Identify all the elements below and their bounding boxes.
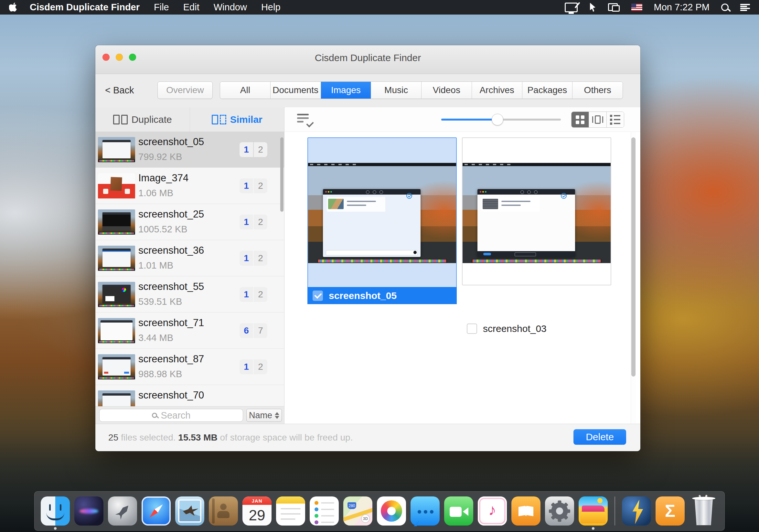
carousel-view-button[interactable] bbox=[589, 112, 606, 127]
dock-ibooks[interactable] bbox=[510, 495, 541, 526]
dock-safari[interactable] bbox=[140, 495, 172, 526]
menu-window[interactable]: Window bbox=[214, 2, 247, 13]
filter-archives[interactable]: Archives bbox=[472, 82, 522, 98]
dock-photos[interactable] bbox=[376, 495, 407, 526]
trash-icon bbox=[693, 498, 714, 525]
thumbnail-image bbox=[462, 163, 611, 263]
apple-menu-icon[interactable] bbox=[9, 3, 19, 12]
total-count: 2 bbox=[254, 251, 267, 266]
sigma-app-icon: Σ bbox=[656, 496, 685, 525]
filter-videos[interactable]: Videos bbox=[421, 82, 472, 98]
total-count: 2 bbox=[254, 178, 267, 193]
select-all-icon[interactable] bbox=[297, 113, 314, 126]
filter-others[interactable]: Others bbox=[573, 82, 622, 98]
total-count: 2 bbox=[254, 287, 267, 302]
filter-all[interactable]: All bbox=[220, 82, 270, 98]
dock-contacts[interactable] bbox=[208, 495, 239, 526]
selection-count-badge[interactable]: 1 2 bbox=[240, 178, 267, 193]
tab-duplicate[interactable]: Duplicate bbox=[95, 107, 190, 132]
card-checkbox-checked[interactable] bbox=[313, 290, 323, 301]
spotlight-icon[interactable] bbox=[721, 4, 729, 11]
selection-count-badge[interactable]: 1 2 bbox=[240, 287, 267, 302]
notification-center-icon[interactable] bbox=[740, 4, 750, 11]
dock-sigma-app[interactable]: Σ bbox=[655, 495, 686, 526]
selection-count-badge[interactable]: 1 2 bbox=[240, 142, 267, 157]
dock-cisdem-duplicate-finder[interactable] bbox=[578, 495, 609, 526]
selection-count-badge[interactable]: 1 2 bbox=[240, 214, 267, 229]
list-scrollbar[interactable] bbox=[280, 137, 284, 212]
ibooks-icon bbox=[511, 496, 540, 525]
item-name: screenshot_05 bbox=[139, 136, 204, 148]
grid-scrollbar[interactable] bbox=[631, 137, 635, 377]
finder-icon bbox=[41, 496, 70, 525]
menubar-clock[interactable]: Mon 7:22 PM bbox=[654, 2, 709, 13]
sidecar-display-icon[interactable] bbox=[565, 3, 578, 12]
slider-thumb[interactable] bbox=[492, 114, 503, 126]
item-size: 1005.52 KB bbox=[139, 224, 187, 235]
item-name: screenshot_87 bbox=[139, 353, 204, 365]
tab-similar[interactable]: Similar bbox=[190, 107, 285, 132]
menu-edit[interactable]: Edit bbox=[183, 2, 199, 13]
window-footer: 25 files selected. 15.53 MB of storage s… bbox=[95, 424, 640, 451]
dock-mail[interactable] bbox=[174, 495, 205, 526]
total-count: 2 bbox=[254, 214, 267, 229]
menubar-app-name[interactable]: Cisdem Duplicate Finder bbox=[30, 2, 140, 13]
list-item-screenshot_70[interactable]: screenshot_70 bbox=[95, 385, 284, 406]
dock-messages[interactable] bbox=[410, 495, 441, 526]
dock-maps[interactable]: 2803D bbox=[342, 495, 373, 526]
dock-trash[interactable] bbox=[688, 495, 719, 526]
selection-count-badge[interactable]: 6 7 bbox=[240, 323, 267, 338]
dock-divider bbox=[615, 496, 615, 525]
card-checkbox-unchecked[interactable] bbox=[467, 323, 477, 334]
filter-images[interactable]: Images bbox=[321, 82, 372, 98]
delete-button[interactable]: Delete bbox=[574, 429, 626, 445]
dock-cisdem-converter[interactable] bbox=[621, 495, 652, 526]
selection-count-badge[interactable]: 1 2 bbox=[240, 251, 267, 266]
search-input[interactable]: Search bbox=[99, 409, 243, 422]
overview-button[interactable]: Overview bbox=[157, 81, 213, 99]
list-item-screenshot_87[interactable]: screenshot_87 988.98 KB 1 2 bbox=[95, 349, 284, 385]
pointer-icon[interactable] bbox=[589, 3, 596, 12]
list-item-screenshot_55[interactable]: screenshot_55 539.51 KB 1 2 bbox=[95, 276, 284, 313]
notes-icon bbox=[276, 496, 305, 525]
image-card-screenshot_03[interactable] bbox=[462, 137, 611, 285]
selection-count-badge[interactable]: 1 2 bbox=[240, 360, 267, 374]
list-item-screenshot_05[interactable]: screenshot_05 799.92 KB 1 2 bbox=[95, 132, 284, 168]
list-view-button[interactable] bbox=[607, 112, 624, 127]
item-thumbnail bbox=[98, 318, 135, 343]
back-button[interactable]: < Back bbox=[105, 85, 134, 96]
dock-notes[interactable] bbox=[275, 495, 306, 526]
dock-finder[interactable] bbox=[40, 495, 71, 526]
grid-view-button[interactable] bbox=[572, 112, 589, 127]
dock-calendar[interactable]: JAN29 bbox=[241, 495, 272, 526]
dock-reminders[interactable] bbox=[309, 495, 340, 526]
dock-siri[interactable] bbox=[73, 495, 104, 526]
dock-facetime[interactable] bbox=[443, 495, 474, 526]
list-item-Image_374[interactable]: Image_374 1.06 MB 1 2 bbox=[95, 168, 284, 204]
mode-tabs: Duplicate Similar bbox=[95, 107, 284, 132]
us-flag-icon[interactable] bbox=[631, 4, 642, 11]
list-item-screenshot_25[interactable]: screenshot_25 1005.52 KB 1 2 bbox=[95, 204, 284, 240]
sort-selected-value: Name bbox=[249, 410, 272, 421]
selected-count: 1 bbox=[240, 287, 253, 302]
list-item-screenshot_36[interactable]: screenshot_36 1.01 MB 1 2 bbox=[95, 240, 284, 276]
dock-system-preferences[interactable] bbox=[544, 495, 575, 526]
menu-file[interactable]: File bbox=[154, 2, 169, 13]
filter-packages[interactable]: Packages bbox=[522, 82, 573, 98]
item-thumbnail bbox=[98, 282, 135, 307]
list-item-screenshot_71[interactable]: screenshot_71 3.44 MB 6 7 bbox=[95, 313, 284, 349]
reminders-icon bbox=[310, 496, 339, 525]
displays-icon[interactable] bbox=[608, 3, 620, 12]
menu-help[interactable]: Help bbox=[261, 2, 281, 13]
total-count: 7 bbox=[254, 323, 267, 338]
title-bar[interactable]: Cisdem Duplicate Finder bbox=[95, 45, 640, 74]
sort-dropdown[interactable]: Name bbox=[246, 409, 282, 422]
lightning-app-icon bbox=[622, 496, 651, 525]
item-name: screenshot_25 bbox=[139, 209, 204, 220]
dock-launchpad[interactable] bbox=[107, 495, 138, 526]
filter-documents[interactable]: Documents bbox=[270, 82, 321, 98]
image-card-screenshot_05[interactable]: screenshot_05 bbox=[307, 137, 457, 304]
filter-music[interactable]: Music bbox=[371, 82, 421, 98]
dock-itunes[interactable] bbox=[477, 495, 508, 526]
thumbnail-size-slider[interactable] bbox=[441, 114, 561, 126]
